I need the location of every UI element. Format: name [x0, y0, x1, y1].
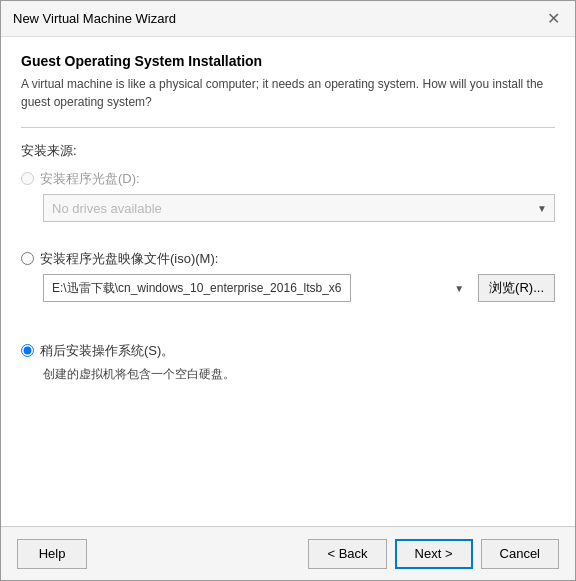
back-button[interactable]: < Back: [308, 539, 386, 569]
later-radio-item: 稍后安装操作系统(S)。: [21, 342, 555, 360]
disc-option-group: 安装程序光盘(D): No drives available ▼: [21, 170, 555, 222]
later-desc: 创建的虚拟机将包含一个空白硬盘。: [43, 366, 555, 383]
cancel-button[interactable]: Cancel: [481, 539, 559, 569]
iso-path-wrapper: E:\迅雷下载\cn_windows_10_enterprise_2016_lt…: [43, 274, 472, 302]
disc-radio-item: 安装程序光盘(D):: [21, 170, 555, 188]
iso-path-dropdown[interactable]: E:\迅雷下载\cn_windows_10_enterprise_2016_lt…: [43, 274, 351, 302]
iso-radio-label[interactable]: 安装程序光盘映像文件(iso)(M):: [40, 250, 218, 268]
footer-right: < Back Next > Cancel: [308, 539, 559, 569]
wizard-window: New Virtual Machine Wizard ✕ Guest Opera…: [0, 0, 576, 581]
disc-dropdown-container: No drives available ▼: [43, 194, 555, 222]
disc-radio[interactable]: [21, 172, 34, 185]
browse-button[interactable]: 浏览(R)...: [478, 274, 555, 302]
divider: [21, 127, 555, 128]
wizard-footer: Help < Back Next > Cancel: [1, 526, 575, 580]
iso-radio-item: 安装程序光盘映像文件(iso)(M):: [21, 250, 555, 268]
iso-radio[interactable]: [21, 252, 34, 265]
title-bar: New Virtual Machine Wizard ✕: [1, 1, 575, 37]
wizard-content: Guest Operating System Installation A vi…: [1, 37, 575, 526]
section-title: Guest Operating System Installation: [21, 53, 555, 69]
spacer2: [21, 318, 555, 330]
spacer1: [21, 238, 555, 250]
window-title: New Virtual Machine Wizard: [13, 11, 176, 26]
disc-dropdown[interactable]: No drives available: [43, 194, 555, 222]
disc-radio-label[interactable]: 安装程序光盘(D):: [40, 170, 140, 188]
iso-path-row: E:\迅雷下载\cn_windows_10_enterprise_2016_lt…: [43, 274, 555, 302]
help-button[interactable]: Help: [17, 539, 87, 569]
later-option-group: 稍后安装操作系统(S)。 创建的虚拟机将包含一个空白硬盘。: [21, 342, 555, 383]
next-button[interactable]: Next >: [395, 539, 473, 569]
iso-option-group: 安装程序光盘映像文件(iso)(M): E:\迅雷下载\cn_windows_1…: [21, 250, 555, 302]
spacer3: [21, 330, 555, 342]
iso-path-arrow: ▼: [454, 283, 464, 294]
section-desc: A virtual machine is like a physical com…: [21, 75, 555, 111]
close-button[interactable]: ✕: [543, 9, 563, 29]
install-source-label: 安装来源:: [21, 142, 555, 160]
footer-left: Help: [17, 539, 87, 569]
later-radio-label[interactable]: 稍后安装操作系统(S)。: [40, 342, 174, 360]
disc-dropdown-wrapper: No drives available ▼: [43, 194, 555, 222]
later-radio[interactable]: [21, 344, 34, 357]
